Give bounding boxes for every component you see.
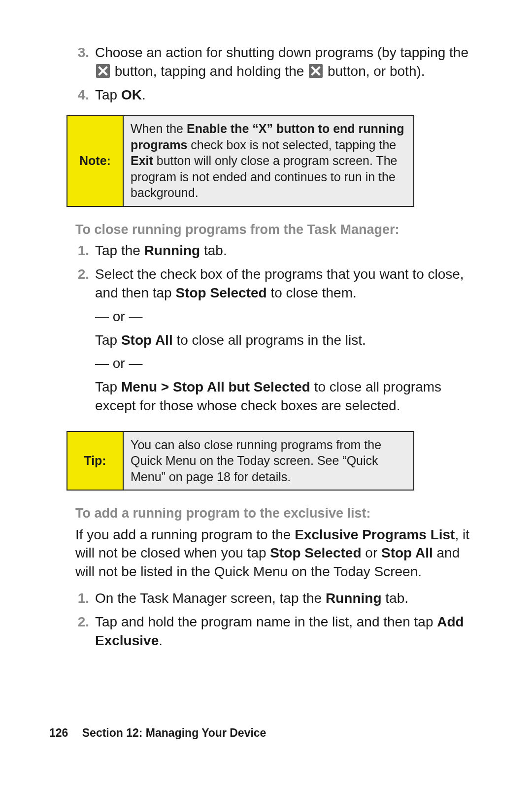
text: button, tapping and holding the	[115, 64, 308, 79]
text: check box is not selected, tapping the	[187, 138, 396, 152]
text: Tap	[95, 379, 121, 394]
text: Tap	[95, 87, 121, 102]
text: to close them.	[267, 285, 357, 300]
step-4: 4. Tap OK.	[66, 86, 473, 104]
tip-label: Tip:	[67, 432, 124, 490]
section-heading: To close running programs from the Task …	[75, 221, 473, 238]
text-bold: Menu > Stop All but Selected	[121, 379, 310, 394]
tip-text: You can also close running programs from…	[124, 432, 413, 490]
intro-paragraph: If you add a running program to the Excl…	[75, 525, 473, 581]
step-body: On the Task Manager screen, tap the Runn…	[95, 589, 473, 608]
text-bold: Running	[326, 590, 382, 606]
text-bold: Stop Selected	[270, 545, 361, 560]
text-bold: Stop Selected	[175, 285, 266, 300]
page-number: 126	[49, 726, 68, 739]
text: .	[159, 633, 163, 648]
text: or	[362, 545, 381, 560]
step-body: Tap the Running tab.	[95, 241, 473, 260]
step-number: 3.	[66, 43, 95, 81]
note-label: Note:	[67, 116, 124, 206]
top-steps-list: 3. Choose an action for shutting down pr…	[66, 43, 473, 104]
step-number: 4.	[66, 86, 95, 104]
step-body: Tap and hold the program name in the lis…	[95, 613, 473, 650]
text: Tap	[95, 332, 121, 348]
step-1: 1. Tap the Running tab.	[66, 241, 473, 260]
text: On the Task Manager screen, tap the	[95, 590, 326, 606]
page: 3. Choose an action for shutting down pr…	[0, 0, 532, 787]
note-callout: Note: When the Enable the “X” button to …	[66, 115, 414, 207]
text: tab.	[382, 590, 408, 606]
text-bold: Running	[144, 243, 200, 258]
text-bold: Stop All	[381, 545, 433, 560]
step-3: 3. Choose an action for shutting down pr…	[66, 43, 473, 81]
text: .	[142, 87, 146, 102]
text: button will only close a program screen.…	[131, 154, 397, 199]
step-2: 2. Select the check box of the programs …	[66, 265, 473, 420]
step-number: 2.	[66, 613, 95, 650]
or-divider: — or —	[95, 354, 473, 373]
step-body: Choose an action for shutting down progr…	[95, 43, 473, 81]
text: When the	[131, 122, 187, 135]
close-icon	[309, 64, 323, 78]
section-heading: To add a running program to the exclusiv…	[75, 504, 473, 522]
or-divider: — or —	[95, 307, 473, 326]
mid-steps-list: 1. Tap the Running tab. 2. Select the ch…	[66, 241, 473, 420]
step-body: Tap OK.	[95, 86, 473, 104]
text: Choose an action for shutting down progr…	[95, 45, 468, 60]
step-2: 2. Tap and hold the program name in the …	[66, 613, 473, 650]
text: to close all programs in the list.	[173, 332, 366, 348]
text: Tap the	[95, 243, 144, 258]
page-footer: 126 Section 12: Managing Your Device	[49, 725, 266, 741]
step-number: 1.	[66, 241, 95, 260]
text: Tap and hold the program name in the lis…	[95, 614, 437, 629]
section-title: Section 12: Managing Your Device	[82, 726, 266, 739]
text-bold: Exclusive Programs List	[295, 527, 455, 542]
close-icon	[96, 64, 110, 78]
text: If you add a running program to the	[75, 527, 295, 542]
step-number: 2.	[66, 265, 95, 420]
note-text: When the Enable the “X” button to end ru…	[124, 116, 413, 206]
tip-callout: Tip: You can also close running programs…	[66, 431, 414, 491]
text-bold: Exit	[131, 154, 153, 167]
text: button, or both).	[328, 64, 425, 79]
step-number: 1.	[66, 589, 95, 608]
text: tab.	[200, 243, 227, 258]
bottom-steps-list: 1. On the Task Manager screen, tap the R…	[66, 589, 473, 650]
text-bold: Stop All	[121, 332, 173, 348]
step-1: 1. On the Task Manager screen, tap the R…	[66, 589, 473, 608]
step-body: Select the check box of the programs tha…	[95, 265, 473, 420]
text-bold: OK	[121, 87, 142, 102]
